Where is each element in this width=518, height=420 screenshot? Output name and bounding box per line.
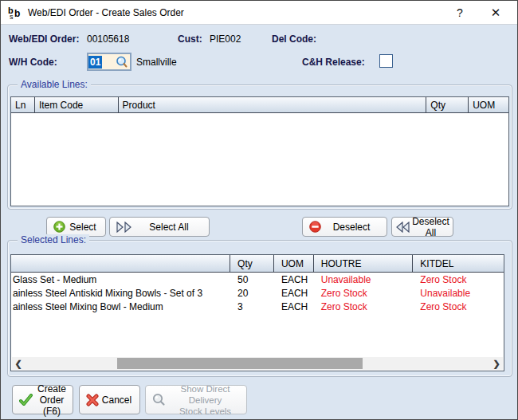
red-x-icon: [86, 394, 99, 406]
customer-label: Cust:: [178, 33, 202, 45]
customer-value: PIE002: [210, 33, 241, 45]
minus-circle-icon: [309, 221, 321, 233]
row-qty: 3: [230, 301, 274, 312]
row-kitdel-status: Zero Stock: [413, 274, 504, 285]
col-kitdel: KITDEL: [413, 255, 504, 272]
col-houtre: HOUTRE: [314, 255, 414, 272]
ch-release-checkbox[interactable]: [379, 54, 393, 68]
available-lines-grid[interactable]: Ln Item Code Product Qty UOM: [10, 96, 509, 206]
col-ln: Ln: [11, 97, 35, 112]
del-code-label: Del Code:: [272, 33, 316, 45]
deselect-button[interactable]: Deselect: [302, 217, 387, 237]
row-product: ainless Steel Mixing Bowl - Medium: [11, 301, 230, 312]
row-qty: 20: [230, 288, 274, 299]
scroll-left-arrow-icon[interactable]: ❮: [12, 357, 25, 370]
svg-text:b: b: [14, 8, 20, 19]
select-all-button[interactable]: Select All: [109, 217, 210, 237]
wh-code-label: W/H Code:: [9, 57, 57, 68]
select-all-button-label: Select All: [134, 222, 209, 233]
help-button[interactable]: ?: [446, 1, 473, 25]
double-chevron-right-icon: [116, 222, 134, 233]
available-lines-header: Ln Item Code Product Qty UOM: [11, 97, 508, 113]
wh-code-value: 01: [88, 56, 102, 69]
row-product: Glass Set - Medium: [11, 274, 230, 285]
selected-lines-header: Qty UOM HOUTRE KITDEL: [11, 255, 504, 273]
available-lines-empty-body[interactable]: [11, 113, 508, 206]
double-chevron-left-icon: [396, 222, 410, 233]
selected-lines-grid: Qty UOM HOUTRE KITDEL Glass Set - Medium…: [10, 254, 504, 371]
col-product-blank: [11, 255, 230, 272]
wh-lookup-magnifier-icon[interactable]: [116, 56, 128, 69]
row-qty: 50: [230, 274, 274, 285]
row-houtre-status: Zero Stock: [314, 301, 414, 312]
close-icon[interactable]: ✕: [482, 1, 509, 25]
title-bar: b s b Web/EDI Order - Create Sales Order…: [1, 1, 517, 25]
table-row[interactable]: ainless Steel Antiskid Mixing Bowls - Se…: [11, 286, 504, 300]
app-logo-icon: b s b: [8, 6, 23, 21]
window-title: Web/EDI Order - Create Sales Order: [28, 1, 184, 25]
row-product: ainless Steel Antiskid Mixing Bowls - Se…: [11, 288, 230, 299]
scroll-right-arrow-icon[interactable]: ❯: [490, 357, 503, 370]
table-row[interactable]: Glass Set - Medium 50 EACH Unavailable Z…: [11, 273, 504, 286]
horizontal-scrollbar[interactable]: ❮ ❯: [12, 357, 503, 370]
scrollbar-thumb[interactable]: [117, 358, 363, 369]
row-uom: EACH: [274, 274, 314, 285]
row-uom: EACH: [274, 301, 314, 312]
row-houtre-status: Zero Stock: [314, 288, 414, 299]
show-direct-delivery-button: Show Direct DeliveryStock Levels: [145, 385, 247, 414]
show-direct-delivery-button-label: Show Direct DeliveryStock Levels: [166, 383, 246, 417]
magnifier-gray-icon: [152, 393, 166, 406]
deselect-button-label: Deselect: [321, 222, 387, 233]
table-row[interactable]: ainless Steel Mixing Bowl - Medium 3 EAC…: [11, 300, 504, 313]
available-lines-legend: Available Lines:: [18, 79, 91, 90]
row-houtre-status: Unavailable: [314, 274, 414, 285]
cancel-button[interactable]: Cancel: [79, 385, 140, 414]
order-number-label: Web/EDI Order:: [9, 33, 79, 45]
col-qty: Qty: [426, 97, 469, 112]
col-qty: Qty: [230, 255, 274, 272]
svg-text:s: s: [10, 13, 14, 21]
cancel-button-label: Cancel: [99, 394, 139, 406]
col-uom: UOM: [469, 97, 508, 112]
deselect-all-button-label: Deselect All: [410, 216, 453, 238]
deselect-all-button[interactable]: Deselect All: [391, 217, 453, 237]
green-check-icon: [19, 394, 33, 406]
row-kitdel-status: Unavailable: [413, 288, 504, 299]
create-sales-order-dialog: b s b Web/EDI Order - Create Sales Order…: [0, 0, 518, 420]
select-button-label: Select: [65, 222, 105, 233]
ch-release-label: C&H Release:: [302, 57, 365, 68]
col-uom: UOM: [274, 255, 314, 272]
order-number-value: 00105618: [87, 33, 129, 45]
col-item-code: Item Code: [35, 97, 119, 112]
row-kitdel-status: Zero Stock: [413, 301, 504, 312]
create-order-button[interactable]: CreateOrder (F6): [12, 385, 73, 414]
create-order-button-label: CreateOrder (F6): [33, 383, 73, 417]
selected-lines-legend: Selected Lines:: [18, 234, 89, 245]
col-product: Product: [119, 97, 427, 112]
plus-circle-icon: [53, 221, 65, 233]
row-uom: EACH: [274, 288, 314, 299]
wh-code-input[interactable]: 01: [87, 53, 131, 71]
wh-name: Smallville: [136, 57, 177, 68]
